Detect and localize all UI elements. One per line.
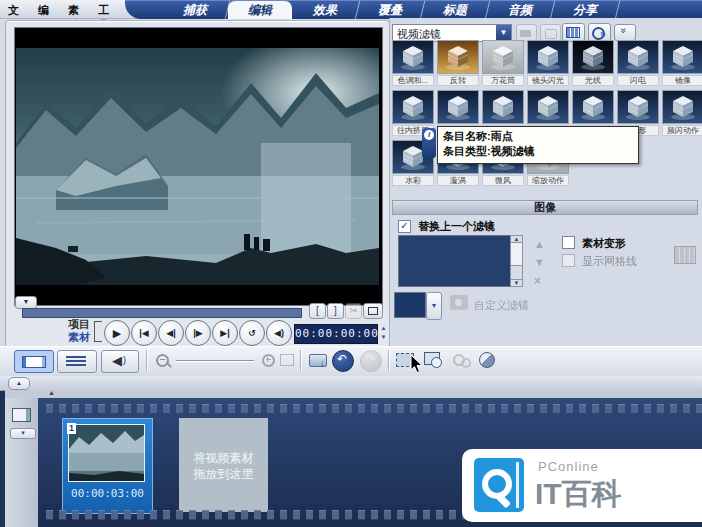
applied-filters-listbox[interactable]: ▲ ▼ xyxy=(398,235,511,287)
filter-thumbnail[interactable] xyxy=(392,40,434,74)
trim-bar[interactable] xyxy=(22,308,302,318)
undo-button[interactable]: ↶ xyxy=(332,350,354,372)
preset-dropdown-button[interactable]: ▼ xyxy=(426,292,442,320)
repeat-button[interactable]: ↺ xyxy=(239,320,265,346)
mark-in-button[interactable]: [ xyxy=(309,303,326,319)
filter-thumbnail[interactable] xyxy=(437,90,479,124)
film-perforation xyxy=(306,404,313,414)
filter-thumbnail[interactable] xyxy=(527,90,569,124)
tab-band: 捕获编辑效果覆叠标题音频分享 xyxy=(125,0,702,19)
film-perforation xyxy=(111,510,118,520)
replace-filter-checkbox[interactable]: ✓ 替换上一个滤镜 xyxy=(398,219,495,234)
film-perforation xyxy=(176,510,183,520)
volume-button[interactable]: ◀) xyxy=(266,320,292,346)
film-perforation xyxy=(397,404,404,414)
video-track-icon[interactable] xyxy=(12,408,31,422)
scroll-down-icon[interactable]: ▼ xyxy=(511,279,522,286)
collapse-gallery-button[interactable]: » xyxy=(614,24,636,41)
tab-音频[interactable]: 音频 xyxy=(486,1,555,19)
options-icon-arrow: ↻ xyxy=(600,31,606,39)
timecode-spinner[interactable]: ▲▼ xyxy=(378,324,389,342)
filter-thumbnail[interactable] xyxy=(617,90,659,124)
film-perforation xyxy=(332,404,339,414)
zoom-out-icon[interactable] xyxy=(156,354,169,367)
tab-编辑[interactable]: 编辑 xyxy=(228,1,292,19)
tab-效果[interactable]: 效果 xyxy=(291,1,360,19)
prev-frame-button[interactable]: ◀| xyxy=(158,320,184,346)
redo-icon: ↷ xyxy=(366,352,376,366)
eject-track-button[interactable]: ▲ xyxy=(8,377,30,390)
next-frame-button[interactable]: |▶ xyxy=(185,320,211,346)
filter-item-闪电[interactable]: 闪电 xyxy=(617,40,661,86)
filter-thumbnail[interactable] xyxy=(617,40,659,74)
filter-thumbnail[interactable] xyxy=(482,90,524,124)
film-perforation xyxy=(423,404,430,414)
shadow-globe-button[interactable] xyxy=(478,351,498,369)
zoom-slider[interactable] xyxy=(176,360,254,362)
tab-标题[interactable]: 标题 xyxy=(421,1,490,19)
tab-分享[interactable]: 分享 xyxy=(551,1,620,19)
clip-mode-label[interactable]: 素材 xyxy=(68,330,90,345)
filter-thumbnail[interactable] xyxy=(572,90,614,124)
enlarge-icon xyxy=(368,307,378,315)
filter-thumbnail[interactable] xyxy=(437,40,479,74)
tab-捕获[interactable]: 捕获 xyxy=(161,1,230,19)
checkbox-unchecked-icon[interactable] xyxy=(562,236,575,249)
film-perforation xyxy=(566,404,573,414)
home-button[interactable]: |◀ xyxy=(131,320,157,346)
filter-item-反转[interactable]: 反转 xyxy=(437,40,481,86)
film-perforation xyxy=(410,510,417,520)
redo-button: ↷ xyxy=(360,350,382,372)
timeline-clip-1[interactable]: 1 00:00:03:00 xyxy=(62,418,153,514)
smart-proxy-button[interactable] xyxy=(424,351,444,369)
film-perforation xyxy=(189,404,196,414)
filter-item-色调和...[interactable]: 色调和... xyxy=(392,40,436,86)
mark-out-button[interactable]: ] xyxy=(327,303,344,319)
filter-item-万花筒[interactable]: 万花筒 xyxy=(482,40,526,86)
painting-creator-button xyxy=(452,352,472,368)
watermark-brand: PConline xyxy=(538,459,599,474)
storyboard-view-icon xyxy=(22,356,46,368)
sound-mixer-button[interactable]: ◀ ) xyxy=(101,350,139,373)
scroll-up-icon[interactable]: ▲ xyxy=(511,236,522,243)
timeline-drop-placeholder[interactable]: 将视频素材 拖放到这里 xyxy=(179,418,268,512)
film-perforation xyxy=(254,404,261,414)
watermark: PConline IT百科 xyxy=(462,449,702,522)
clip-deform-checkbox[interactable]: 素材变形 xyxy=(562,236,626,251)
filter-thumbnail[interactable] xyxy=(392,90,434,124)
zoom-in-icon[interactable] xyxy=(262,354,275,367)
filter-thumbnail[interactable] xyxy=(662,40,702,74)
filter-preset-swatch[interactable] xyxy=(394,292,426,318)
show-grid-checkbox: 显示网格线 xyxy=(562,254,637,269)
ruler-marker-icon[interactable]: ▲ xyxy=(48,389,55,396)
timecode-display[interactable]: 00:00:00:00 xyxy=(294,324,378,344)
film-perforation xyxy=(202,510,209,520)
filter-item-镜头闪光[interactable]: 镜头闪光 xyxy=(527,40,571,86)
filter-item-光线[interactable]: 光线 xyxy=(572,40,616,86)
timeline-view-button[interactable] xyxy=(57,350,97,373)
filter-thumbnail[interactable] xyxy=(482,40,524,74)
tab-覆叠[interactable]: 覆叠 xyxy=(356,1,425,19)
listbox-scrollbar[interactable]: ▲ ▼ xyxy=(510,235,523,287)
scroll-thumb[interactable] xyxy=(511,243,522,266)
filter-thumbnail[interactable] xyxy=(527,40,569,74)
insert-media-button[interactable]: ↓ xyxy=(308,351,330,369)
enlarge-preview-button[interactable] xyxy=(363,303,383,319)
play-button[interactable]: ▶ xyxy=(104,320,130,346)
options-header[interactable]: 图像 xyxy=(392,200,698,215)
end-button[interactable]: ▶| xyxy=(212,320,238,346)
info-icon: i xyxy=(422,128,436,158)
filter-thumbnail[interactable] xyxy=(662,90,702,124)
checkbox-checked-icon[interactable]: ✓ xyxy=(398,220,411,233)
film-perforation xyxy=(189,510,196,520)
film-perforation xyxy=(553,404,560,414)
filter-item-频闪动作[interactable]: 频闪动作 xyxy=(662,90,702,136)
filter-item-镜像[interactable]: 镜像 xyxy=(662,40,702,86)
storyboard-view-button[interactable] xyxy=(14,350,54,373)
dropdown-arrow-icon[interactable]: ▼ xyxy=(496,25,511,41)
filter-thumbnail[interactable] xyxy=(572,40,614,74)
film-perforation xyxy=(163,404,170,414)
film-perforation xyxy=(397,510,404,520)
track-dropdown-button[interactable]: ▼ xyxy=(10,428,36,439)
film-perforation xyxy=(241,404,248,414)
